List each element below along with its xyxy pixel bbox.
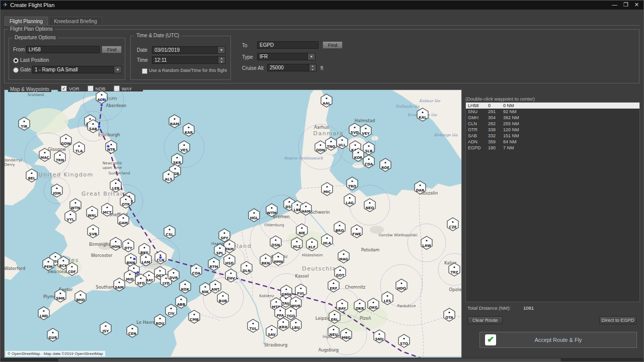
from-input[interactable] bbox=[26, 46, 100, 53]
date-select[interactable]: 03/01/2019 ▼ bbox=[152, 46, 225, 54]
gate-select[interactable]: 1 - Ramp GA Small ▼ bbox=[32, 66, 122, 73]
map-waypoint-IOM[interactable]: IOM bbox=[51, 184, 62, 197]
waypoint-row-ADN[interactable]: ADN35984 NM bbox=[466, 139, 639, 145]
tab-flight-planning[interactable]: Flight Planning bbox=[5, 17, 48, 25]
map-waypoint-KRH[interactable]: KRH bbox=[278, 318, 289, 331]
map[interactable]: ScotlandAberdeenEGPDEdinburghGlasgowNewc… bbox=[5, 90, 461, 357]
map-waypoint-GAM[interactable]: GAM bbox=[118, 214, 129, 227]
filter-vor[interactable]: ✓VOR bbox=[61, 85, 79, 92]
tab-kneeboard-briefing[interactable]: Kneeboard Briefing bbox=[49, 17, 102, 25]
map-waypoint-ALS[interactable]: ALS bbox=[163, 170, 174, 183]
map-waypoint-CSL[interactable]: CSL bbox=[164, 225, 175, 238]
map-waypoint-ROE[interactable]: ROE bbox=[380, 158, 391, 171]
map-waypoint-LAG[interactable]: LAG bbox=[344, 194, 355, 207]
map-waypoint-GUR[interactable]: GUR bbox=[47, 328, 58, 341]
map-waypoint-CDA[interactable]: CDA bbox=[363, 155, 374, 168]
map-waypoint-COA[interactable]: COA bbox=[191, 264, 202, 277]
map-waypoint-TRN[interactable]: TRN bbox=[54, 151, 65, 164]
map-waypoint-OSN[interactable]: OSN bbox=[270, 236, 281, 249]
last-position-radio[interactable] bbox=[13, 58, 19, 63]
map-waypoint-EHV[interactable]: EHV bbox=[225, 269, 236, 282]
horizontal-scrollbar[interactable] bbox=[58, 358, 561, 361]
map-waypoint-SFD[interactable]: SFD bbox=[135, 274, 146, 287]
map-waypoint-BHD[interactable]: BHD bbox=[75, 291, 86, 304]
to-find-button[interactable]: Find bbox=[323, 41, 343, 49]
map-waypoint-BAY[interactable]: BAY bbox=[337, 299, 348, 312]
map-waypoint-ABB[interactable]: ABB bbox=[176, 295, 187, 308]
map-waypoint-ANT[interactable]: ANT bbox=[210, 280, 221, 293]
map-waypoint-SVB[interactable]: SVB bbox=[88, 225, 99, 238]
map-waypoint-SLB[interactable]: SLB bbox=[363, 142, 374, 155]
maximize-button[interactable]: ❐ bbox=[623, 2, 628, 8]
waypoint-row-GMH[interactable]: GMH304382 NM bbox=[466, 115, 639, 121]
map-waypoint-ROU[interactable]: ROU bbox=[154, 314, 166, 327]
map-waypoint-CMB[interactable]: CMB bbox=[189, 310, 200, 323]
map-waypoint-TGO[interactable]: TGO bbox=[285, 307, 296, 320]
map-waypoint-LES[interactable]: LES bbox=[382, 292, 393, 305]
map-waypoint-RKN[interactable]: RKN bbox=[260, 254, 271, 267]
map-waypoint-JSY[interactable]: JSY bbox=[100, 322, 111, 335]
map-waypoint-SAM[interactable]: SAM bbox=[114, 278, 125, 291]
map-waypoint-AAL[interactable]: AAL bbox=[321, 94, 332, 107]
map-waypoint-PFA[interactable]: PFA bbox=[275, 306, 286, 319]
close-button[interactable]: ✕ bbox=[634, 2, 639, 8]
clear-route-button[interactable]: Clear Route bbox=[467, 316, 503, 324]
map-waypoint-DTY[interactable]: DTY bbox=[123, 239, 134, 252]
spinner-arrows-icon[interactable]: ▲▼ bbox=[218, 57, 225, 63]
time-stepper[interactable]: 12:11 ▲▼ bbox=[152, 56, 225, 64]
map-waypoint-CZE[interactable]: CZE bbox=[447, 218, 458, 231]
waypoint-row-OTR[interactable]: OTR338120 NM bbox=[466, 127, 639, 133]
map-waypoint-SPY[interactable]: SPY bbox=[219, 229, 230, 242]
map-waypoint-TRO[interactable]: TRO bbox=[347, 177, 358, 190]
map-waypoint-BEL[interactable]: BEL bbox=[26, 169, 37, 182]
map-waypoint-NEO[interactable]: NEO bbox=[364, 199, 375, 212]
map-waypoint-FUL[interactable]: FUL bbox=[295, 284, 306, 297]
map-waypoint-RAM[interactable]: RAM bbox=[169, 115, 180, 128]
map-waypoint-HMN[interactable]: HMN bbox=[273, 252, 284, 265]
filter-ndb[interactable]: NDB bbox=[88, 85, 106, 92]
direct-to-button[interactable]: Direct to EGPD bbox=[599, 316, 636, 324]
map-waypoint-KAL[interactable]: KAL bbox=[417, 108, 428, 121]
map-waypoint-MIC[interactable]: MIC bbox=[321, 183, 333, 196]
map-waypoint-DVR[interactable]: DVR bbox=[168, 268, 179, 282]
random-datetime-checkbox[interactable] bbox=[142, 68, 147, 74]
map-waypoint-GMH[interactable]: GMH bbox=[281, 285, 292, 298]
map-waypoint-TUL[interactable]: TUL bbox=[248, 319, 259, 332]
map-waypoint-LEB[interactable]: LEB bbox=[110, 179, 121, 192]
map-waypoint-HSD[interactable]: HSD bbox=[224, 254, 235, 267]
map-waypoint-ERL[interactable]: ERL bbox=[329, 310, 340, 323]
map-waypoint-VYL[interactable]: VYL bbox=[65, 210, 76, 223]
map-waypoint-KLF[interactable]: KLF bbox=[306, 238, 317, 251]
map-waypoint-BUB[interactable]: BUB bbox=[217, 292, 228, 305]
map-waypoint-CDF[interactable]: CDF bbox=[66, 262, 77, 276]
map-waypoint-MAC[interactable]: MAC bbox=[39, 148, 50, 161]
map-waypoint-OKG[interactable]: OKG bbox=[368, 298, 379, 311]
cruise-alt-stepper[interactable]: 25000 ▲▼ bbox=[267, 64, 316, 71]
waypoint-row-CLN[interactable]: CLN282255 NM bbox=[466, 121, 639, 127]
map-waypoint-MCT[interactable]: MCT bbox=[102, 203, 113, 216]
map-waypoint-LAW[interactable]: LAW bbox=[421, 236, 432, 249]
map-waypoint-FWE[interactable]: FWE bbox=[351, 225, 362, 238]
flight-type-select[interactable]: IFR ▼ bbox=[257, 53, 315, 60]
map-waypoint-GOT[interactable]: GOT bbox=[335, 266, 346, 279]
map-waypoint-VLL[interactable]: VLL bbox=[337, 136, 348, 149]
map-waypoint-DAR[interactable]: DAR bbox=[415, 181, 426, 194]
gate-radio[interactable] bbox=[13, 67, 19, 73]
map-waypoint-SAB[interactable]: SAB bbox=[88, 120, 99, 133]
map-waypoint-MAG[interactable]: MAG bbox=[338, 250, 349, 263]
map-waypoint-VEY[interactable]: VEY bbox=[360, 124, 371, 137]
map-waypoint-KOK[interactable]: KOK bbox=[180, 280, 191, 293]
map-waypoint-TIR[interactable]: TIR bbox=[19, 117, 30, 130]
waypoint-list[interactable]: LH5800 NMSNU29192 NMGMH304382 NMCLN28225… bbox=[465, 102, 640, 302]
map-waypoint-TLA[interactable]: TLA bbox=[73, 142, 85, 155]
waypoint-row-EGPD[interactable]: EGPD1807 NM bbox=[466, 145, 639, 151]
map-waypoint-NEU[interactable]: NEU bbox=[328, 325, 339, 338]
waypoint-row-LH58[interactable]: LH5800 NM bbox=[466, 103, 639, 109]
map-waypoint-CEN[interactable]: CEN bbox=[127, 324, 138, 337]
map-waypoint-OTA[interactable]: OTA bbox=[444, 308, 455, 321]
map-waypoint-HAM[interactable]: HAM bbox=[300, 202, 311, 215]
map-waypoint-STO[interactable]: STO bbox=[398, 334, 410, 347]
map-waypoint-LAM[interactable]: LAM bbox=[140, 253, 151, 266]
map-waypoint-KOR[interactable]: KOR bbox=[353, 148, 364, 161]
map-waypoint-WAL[interactable]: WAL bbox=[87, 206, 98, 219]
